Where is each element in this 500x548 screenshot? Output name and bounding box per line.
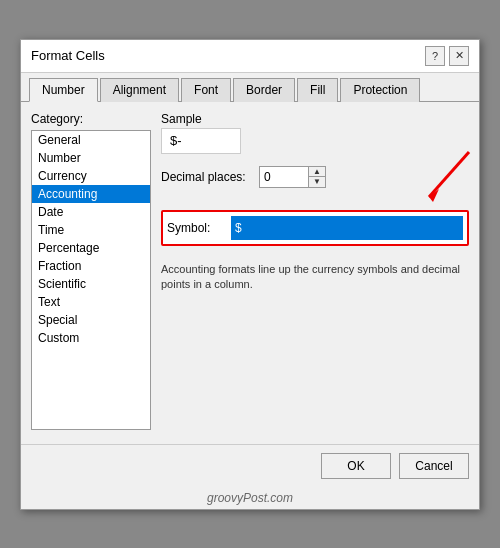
decimal-label: Decimal places: [161,170,251,184]
tab-protection[interactable]: Protection [340,78,420,102]
symbol-select[interactable]: $ € £ ¥ None [231,216,463,240]
spin-buttons: ▲ ▼ [309,166,326,188]
ok-button[interactable]: OK [321,453,391,479]
symbol-row: Symbol: $ € £ ¥ None [161,210,469,246]
spin-up-button[interactable]: ▲ [309,167,325,177]
title-bar: Format Cells ? ✕ [21,40,479,73]
cancel-button[interactable]: Cancel [399,453,469,479]
title-bar-buttons: ? ✕ [425,46,469,66]
red-arrow-icon [409,147,479,207]
spin-down-button[interactable]: ▼ [309,177,325,187]
decimal-input[interactable] [259,166,309,188]
tab-alignment[interactable]: Alignment [100,78,179,102]
category-list[interactable]: General Number Currency Accounting Date … [31,130,151,430]
sample-label: Sample [161,112,469,126]
category-item-number[interactable]: Number [32,149,150,167]
category-item-text[interactable]: Text [32,293,150,311]
tab-bar: Number Alignment Font Border Fill Protec… [21,73,479,102]
symbol-dropdown-wrap: $ € £ ¥ None [231,216,463,240]
category-item-fraction[interactable]: Fraction [32,257,150,275]
category-panel: Category: General Number Currency Accoun… [31,112,151,430]
decimal-input-wrap: ▲ ▼ [259,166,326,188]
category-item-special[interactable]: Special [32,311,150,329]
tab-number[interactable]: Number [29,78,98,102]
content-area: Category: General Number Currency Accoun… [21,102,479,440]
category-item-time[interactable]: Time [32,221,150,239]
footer: OK Cancel [21,444,479,487]
dialog-title: Format Cells [31,48,105,63]
tab-fill[interactable]: Fill [297,78,338,102]
category-item-currency[interactable]: Currency [32,167,150,185]
main-area: Category: General Number Currency Accoun… [31,112,469,430]
category-item-general[interactable]: General [32,131,150,149]
format-cells-dialog: Format Cells ? ✕ Number Alignment Font B… [20,39,480,510]
description-text: Accounting formats line up the currency … [161,262,469,293]
tab-border[interactable]: Border [233,78,295,102]
help-button[interactable]: ? [425,46,445,66]
right-panel: Sample $- Decimal places: ▲ ▼ [161,112,469,430]
svg-line-0 [429,152,469,197]
sample-value: $- [161,128,241,154]
category-item-percentage[interactable]: Percentage [32,239,150,257]
category-label: Category: [31,112,151,126]
category-item-accounting[interactable]: Accounting [32,185,150,203]
symbol-label: Symbol: [167,221,223,235]
category-item-scientific[interactable]: Scientific [32,275,150,293]
category-item-date[interactable]: Date [32,203,150,221]
category-item-custom[interactable]: Custom [32,329,150,347]
watermark: groovyPost.com [21,487,479,509]
close-button[interactable]: ✕ [449,46,469,66]
tab-font[interactable]: Font [181,78,231,102]
